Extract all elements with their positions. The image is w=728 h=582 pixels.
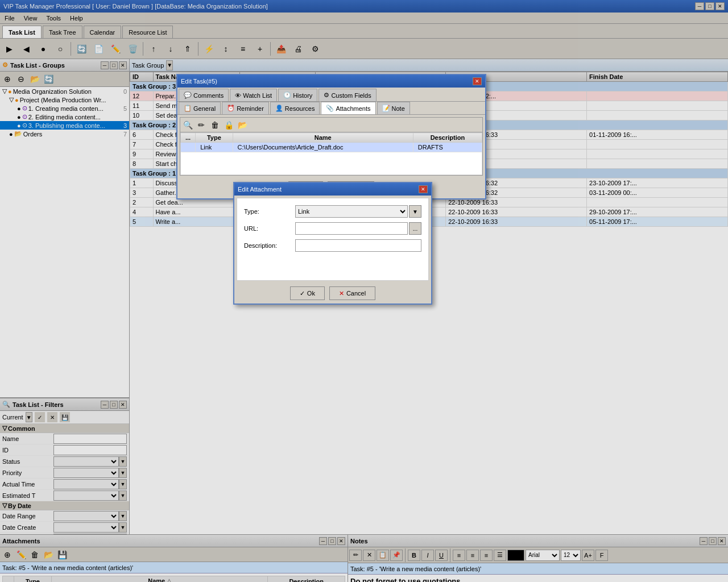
- attach-url-row: URL: ...: [244, 222, 421, 235]
- tab-attachments-dialog[interactable]: 📎 Attachments: [321, 102, 375, 114]
- edit-task-close[interactable]: ✕: [473, 77, 482, 85]
- history-tab-icon: 🕐: [283, 92, 291, 99]
- attach-dialog-desc: DRAFTS: [413, 143, 482, 152]
- note-tab-icon: 📝: [382, 105, 390, 112]
- attach-dialog-col-name[interactable]: Name: [233, 133, 413, 143]
- attach-dialog-col-dots[interactable]: ...: [181, 133, 196, 143]
- edit-task-tabs: 💬 Comments 👁 Watch List 🕐 History ⚙ Cust…: [177, 88, 485, 102]
- edit-attach-footer: ✓ Ok ✕ Cancel: [234, 283, 431, 304]
- tab-reminder-dialog[interactable]: ⏰ Reminder: [222, 102, 269, 114]
- edit-attachment-dialog: Edit Attachment ✕ Type: Link ▼ URL: ... …: [233, 182, 432, 305]
- edit-attach-ok[interactable]: ✓ Ok: [290, 286, 325, 300]
- edit-attach-title-bar: Edit Attachment ✕: [234, 183, 431, 196]
- attach-type-dropdown[interactable]: ▼: [409, 205, 421, 218]
- tab-resources-dialog[interactable]: 👤 Resources: [270, 102, 320, 114]
- watchlist-tab-icon: 👁: [235, 92, 241, 99]
- attach-type-label: Type:: [244, 208, 295, 215]
- edit-task-body: 🔍 ✏ 🗑 🔒 📂 ... Type Name Description Link…: [180, 117, 483, 176]
- general-tab-icon: 📋: [184, 105, 192, 112]
- attachments-tab-icon: 📎: [326, 105, 334, 112]
- attach-url-input[interactable]: [295, 222, 408, 235]
- attach-dialog-col-type[interactable]: Type: [196, 133, 233, 143]
- comments-tab-icon: 💬: [184, 92, 192, 99]
- attach-dialog-dots: [181, 143, 196, 152]
- attach-dialog-toolbar: 🔍 ✏ 🗑 🔒 📂: [180, 118, 482, 132]
- attach-type-row: Type: Link ▼: [244, 205, 421, 218]
- tab-custom-dialog[interactable]: ⚙ Custom Fields: [318, 89, 376, 101]
- attach-dialog-edit[interactable]: ✏: [195, 119, 208, 131]
- reminder-tab-icon: ⏰: [227, 105, 235, 112]
- edit-task-title: Edit Task(#5): [181, 78, 217, 85]
- attach-dialog-open[interactable]: 📂: [236, 119, 249, 131]
- attach-dialog-empty: [181, 152, 482, 175]
- attach-ok-icon: ✓: [300, 290, 305, 297]
- attach-desc-row: Description:: [244, 239, 421, 252]
- edit-task-dialog: Edit Task(#5) ✕ 💬 Comments 👁 Watch List …: [176, 74, 486, 199]
- attach-dialog-row[interactable]: Link C:\Users\Documents\Article_Draft.do…: [181, 143, 482, 152]
- edit-attach-form: Type: Link ▼ URL: ... Description:: [237, 198, 429, 281]
- tab-general-dialog[interactable]: 📋 General: [179, 102, 221, 114]
- attach-type-select[interactable]: Link: [295, 205, 408, 218]
- edit-task-title-bar: Edit Task(#5) ✕: [177, 75, 485, 88]
- attach-dialog-name: C:\Users\Documents\Article_Draft.doc: [233, 143, 413, 152]
- edit-attach-cancel[interactable]: ✕ Cancel: [329, 286, 375, 300]
- attach-url-label: URL:: [244, 225, 295, 232]
- attach-desc-input[interactable]: [295, 239, 421, 252]
- attach-dialog-type: Link: [196, 143, 233, 152]
- attach-cancel-icon: ✕: [339, 290, 344, 297]
- resources-tab-icon: 👤: [275, 105, 283, 112]
- attach-desc-label: Description:: [244, 242, 295, 249]
- attach-dialog-table: ... Type Name Description Link C:\Users\…: [180, 132, 482, 175]
- edit-task-tabs-2: 📋 General ⏰ Reminder 👤 Resources 📎 Attac…: [177, 102, 485, 115]
- custom-tab-icon: ⚙: [324, 92, 329, 99]
- attach-browse-btn[interactable]: ...: [409, 222, 421, 235]
- attach-dialog-col-desc[interactable]: Description: [413, 133, 482, 143]
- tab-watchlist-dialog[interactable]: 👁 Watch List: [230, 89, 277, 101]
- tab-comments-dialog[interactable]: 💬 Comments: [179, 89, 229, 101]
- tab-note-dialog[interactable]: 📝 Note: [377, 102, 410, 114]
- attach-dialog-delete[interactable]: 🗑: [209, 119, 221, 131]
- attach-dialog-lock[interactable]: 🔒: [222, 119, 235, 131]
- edit-attach-title: Edit Attachment: [238, 186, 282, 193]
- attach-dialog-add[interactable]: 🔍: [181, 119, 194, 131]
- tab-history-dialog[interactable]: 🕐 History: [278, 89, 317, 101]
- edit-attach-close[interactable]: ✕: [419, 185, 428, 193]
